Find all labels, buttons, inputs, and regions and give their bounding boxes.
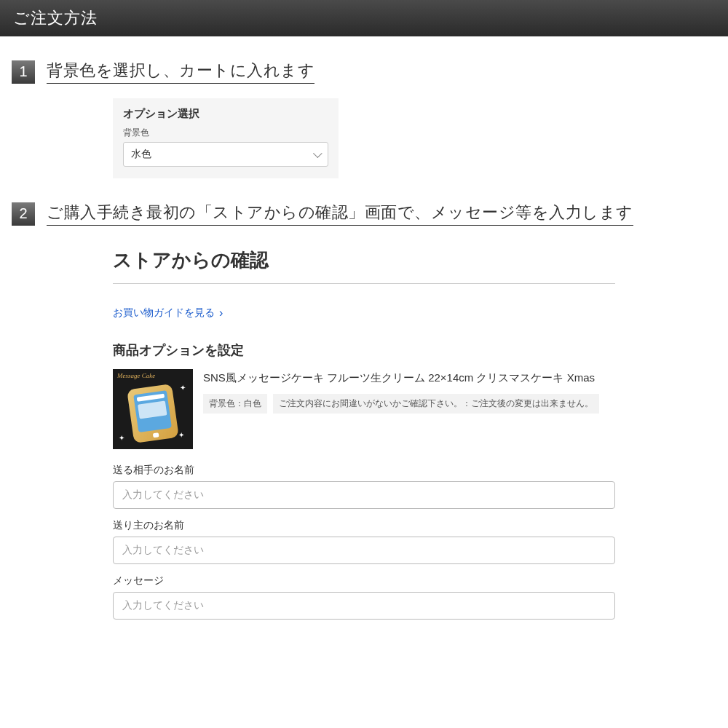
store-confirm-section: ストアからの確認 お買い物ガイドを見る 商品オプションを設定 Message C… xyxy=(113,248,615,620)
sender-name-label: 送り主のお名前 xyxy=(113,519,615,532)
step-number-2: 2 xyxy=(12,202,35,226)
option-box-label: 背景色 xyxy=(123,127,328,139)
recipient-name-group: 送る相手のお名前 入力してください xyxy=(113,464,615,509)
bg-color-tag: 背景色：白色 xyxy=(203,394,267,414)
message-label: メッセージ xyxy=(113,574,615,587)
option-box-title: オプション選択 xyxy=(123,107,328,121)
recipient-name-input[interactable]: 入力してください xyxy=(113,481,615,509)
step-1-text: 背景色を選択し、カートに入れます xyxy=(47,60,314,84)
select-value: 水色 xyxy=(131,148,151,161)
message-group: メッセージ 入力してください xyxy=(113,574,615,620)
guide-link-text: お買い物ガイドを見る xyxy=(113,306,215,320)
step-1-row: 1 背景色を選択し、カートに入れます xyxy=(12,60,716,84)
step-2-text: ご購入手続き最初の「ストアからの確認」画面で、メッセージ等を入力します xyxy=(47,202,633,226)
product-row: Message Cake ✦ ✦ ✦ SNS風メッセージケーキ フルーツ生クリー… xyxy=(113,369,615,449)
sparkle-icon: ✦ xyxy=(178,431,184,439)
cake-icon xyxy=(127,384,179,443)
step-2-row: 2 ご購入手続き最初の「ストアからの確認」画面で、メッセージ等を入力します xyxy=(12,202,716,226)
product-name: SNS風メッセージケーキ フルーツ生クリーム 22×14cm クリスマスケーキ … xyxy=(203,369,615,387)
thumb-label: Message Cake xyxy=(117,372,155,379)
recipient-name-label: 送る相手のお名前 xyxy=(113,464,615,477)
page-header: ご注文方法 xyxy=(0,0,728,36)
product-option-heading: 商品オプションを設定 xyxy=(113,341,615,359)
sparkle-icon: ✦ xyxy=(119,434,124,442)
page-title: ご注文方法 xyxy=(13,9,98,27)
step-number-1: 1 xyxy=(12,60,35,84)
sender-name-input[interactable]: 入力してください xyxy=(113,537,615,564)
shopping-guide-link[interactable]: お買い物ガイドを見る xyxy=(113,306,223,320)
notice-tag: ご注文内容にお間違いがないかご確認下さい。：ご注文後の変更は出来ません。 xyxy=(273,394,599,414)
sparkle-icon: ✦ xyxy=(180,384,186,392)
option-selection-box: オプション選択 背景色 水色 xyxy=(113,98,339,178)
product-info: SNS風メッセージケーキ フルーツ生クリーム 22×14cm クリスマスケーキ … xyxy=(203,369,615,449)
divider xyxy=(113,283,615,284)
product-thumbnail: Message Cake ✦ ✦ ✦ xyxy=(113,369,193,449)
sender-name-group: 送り主のお名前 入力してください xyxy=(113,519,615,564)
confirm-title: ストアからの確認 xyxy=(113,248,615,273)
tag-row: 背景色：白色 ご注文内容にお間違いがないかご確認下さい。：ご注文後の変更は出来ま… xyxy=(203,394,615,414)
background-color-select[interactable]: 水色 xyxy=(123,142,328,167)
message-input[interactable]: 入力してください xyxy=(113,592,615,620)
